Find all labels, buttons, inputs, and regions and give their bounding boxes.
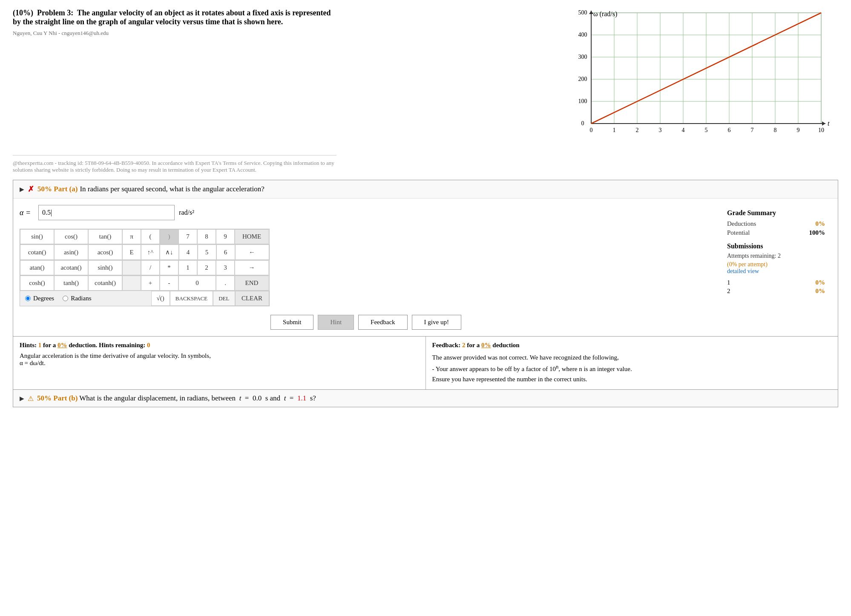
calc-3[interactable]: 3 [216,260,235,275]
hints-panel: Hints: 1 for a 0% deduction. Hints remai… [13,337,426,389]
feedback-header: Feedback: 2 for a 0% deduction [432,342,832,349]
part-a-x-icon: ✗ [28,184,34,194]
calc-1[interactable]: 1 [178,260,197,275]
calc-dot[interactable]: . [216,276,235,291]
calc-sqrt[interactable]: √() [151,291,170,306]
grade-potential-value: 100% [809,229,825,236]
calc-sinh[interactable]: sinh() [88,260,122,275]
calc-7[interactable]: 7 [178,229,197,244]
hints-content: Angular acceleration is the time derivat… [20,352,419,367]
radians-radio[interactable] [63,296,68,301]
calc-backspace[interactable]: BACKSPACE [170,291,213,306]
part-b-question-prefix: What is the angular displacement, in rad… [79,394,236,402]
submit-button[interactable]: Submit [270,315,313,330]
calc-8[interactable]: 8 [197,229,216,244]
part-b-section: ▶ ⚠ 50% Part (b) What is the angular dis… [13,390,838,407]
tracking-info: @theexpertta.com - tracking id: 5T88-09-… [13,155,336,173]
calculator: sin() cos() tan() π ( ) 7 8 9 HOME cotan… [20,229,270,306]
svg-text:300: 300 [578,54,587,60]
hints-pct: 0% [58,342,67,348]
calc-2[interactable]: 2 [197,260,216,275]
calc-plus[interactable]: + [141,276,160,291]
calc-right-arrow[interactable]: → [235,260,269,275]
part-a-section: ▶ ✗ 50% Part (a) In radians per squared … [13,180,838,337]
hint-button[interactable]: Hint [318,315,354,330]
calc-clear[interactable]: CLEAR [235,291,269,306]
svg-text:3: 3 [659,127,662,133]
part-b-t1-label: t [239,394,242,402]
calc-up-caret[interactable]: ↑^ [141,245,160,260]
calc-4[interactable]: 4 [179,245,198,260]
calc-minus[interactable]: - [160,276,178,291]
hints-feedback-section: Hints: 1 for a 0% deduction. Hints remai… [13,337,838,390]
graph-area: ω (rad/s) t 0 100 200 300 400 500 0 1 2 … [566,9,838,147]
calc-open-paren[interactable]: ( [141,229,160,244]
svg-text:10: 10 [818,127,824,133]
hints-line2: α = dω/dt. [20,360,419,367]
calc-divide[interactable]: / [141,260,160,275]
radians-option[interactable]: Radians [63,295,91,302]
hints-remaining-link[interactable]: 0 [147,342,150,348]
svg-text:400: 400 [578,32,587,38]
calc-acos[interactable]: acos() [88,245,122,260]
calc-acotan[interactable]: acotan() [54,260,88,275]
feedback-line2: - Your answer appears to be off by a fac… [432,363,832,374]
part-b-t1-unit: s and [265,394,280,402]
detailed-view-link[interactable]: detailed view [727,268,825,275]
calc-9[interactable]: 9 [216,229,235,244]
part-b-t2-label: t [284,394,286,402]
grade-potential-row: Potential 100% [727,229,825,236]
calc-0[interactable]: 0 [178,276,216,291]
calc-cosh[interactable]: cosh() [20,276,54,291]
alpha-input[interactable] [38,205,175,220]
calc-e[interactable]: E [122,245,141,260]
igiveup-button[interactable]: I give up! [412,315,461,330]
part-b-t2-value: 1.1 [297,394,306,402]
radians-label: Radians [71,295,91,302]
feedback-content: The answer provided was not correct. We … [432,352,832,384]
feedback-line1: The answer provided was not correct. We … [432,352,832,363]
calc-end[interactable]: END [235,276,269,291]
top-section: (10%) Problem 3: The angular velocity of… [13,9,838,147]
answer-row: α = rad/s² [20,205,712,220]
calc-tanh[interactable]: tanh() [54,276,88,291]
problem-title: (10%) Problem 3: The angular velocity of… [13,9,336,26]
problem-weight: (10%) [13,9,33,17]
svg-text:100: 100 [578,98,587,104]
degrees-radio[interactable] [25,296,31,301]
calc-del[interactable]: DEL [213,291,235,306]
calc-close-paren[interactable]: ) [160,229,178,244]
feedback-number-link[interactable]: 2 [462,342,466,348]
feedback-button[interactable]: Feedback [358,315,407,330]
calc-atan[interactable]: atan() [20,260,54,275]
hints-for: for a [43,342,58,348]
submission-score-2: 0% [816,288,825,295]
svg-marker-20 [822,121,825,126]
calc-asin[interactable]: asin() [54,245,88,260]
calc-pi[interactable]: π [122,229,141,244]
calc-down-caret[interactable]: ∧↓ [160,245,179,260]
svg-text:6: 6 [728,127,731,133]
calc-cotanh[interactable]: cotanh() [88,276,122,291]
calc-row-3: atan() acotan() sinh() / * 1 2 3 → [20,260,269,276]
calc-tan[interactable]: tan() [88,229,122,244]
feedback-pct: 0% [481,342,491,348]
submission-num-2: 2 [727,288,730,295]
calc-cos[interactable]: cos() [54,229,88,244]
calc-row-4: cosh() tanh() cotanh() + - 0 . END [20,276,269,291]
calc-6[interactable]: 6 [216,245,235,260]
part-a-arrow: ▶ [20,186,24,193]
hint-number-link[interactable]: 1 [38,342,42,348]
calc-5[interactable]: 5 [198,245,216,260]
calc-multiply[interactable]: * [160,260,178,275]
part-a-header: ▶ ✗ 50% Part (a) In radians per squared … [13,180,838,199]
degrees-option[interactable]: Degrees [25,295,54,302]
calc-home[interactable]: HOME [235,229,269,244]
submission-row-1: 1 0% [727,279,825,286]
calc-left-arrow[interactable]: ← [235,245,269,260]
hints-label: Hints: [20,342,37,348]
svg-text:7: 7 [751,127,754,133]
svg-text:500: 500 [578,9,587,16]
calc-cotan[interactable]: cotan() [20,245,54,260]
calc-sin[interactable]: sin() [20,229,54,244]
